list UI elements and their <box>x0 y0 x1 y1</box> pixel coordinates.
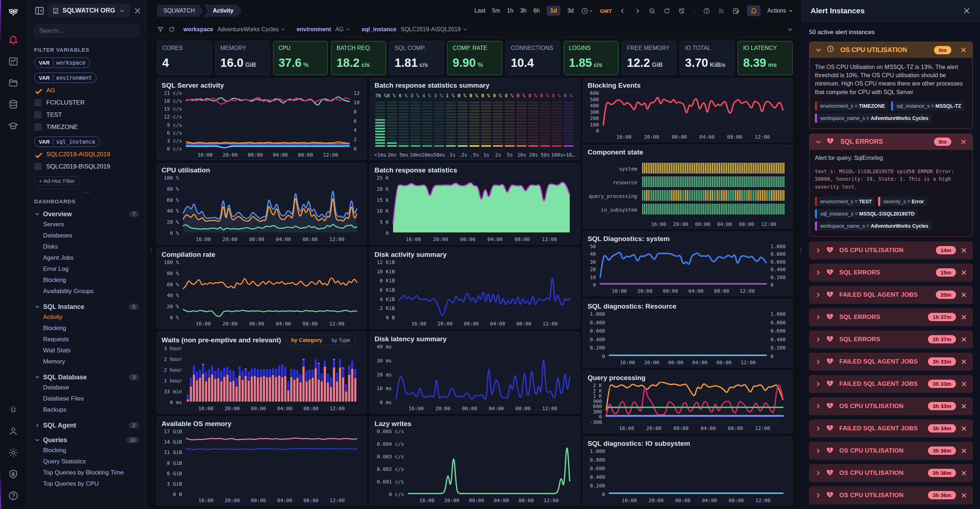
time-range-3d[interactable]: 3d <box>567 8 574 14</box>
sidebar-section-Overview[interactable]: Overview7 <box>34 209 139 219</box>
adhoc-filter-button[interactable]: + Ad-Hoc Filter <box>34 176 80 185</box>
alert-close-icon[interactable] <box>960 358 968 366</box>
folders-icon[interactable] <box>6 75 21 91</box>
alert-panel-close-icon[interactable] <box>962 6 971 16</box>
alert-row-SQL ERRORS[interactable]: SQL ERRORS 2h 37m <box>809 330 973 348</box>
sidebar-item-Disks[interactable]: Disks <box>34 243 139 252</box>
time-range-last[interactable]: Last <box>474 8 485 14</box>
sqlwatch-logo-icon[interactable] <box>6 4 21 19</box>
alert-close-icon[interactable] <box>960 335 968 343</box>
stat-IO TOTAL[interactable]: IO TOTAL 3.70KiB/s <box>679 41 735 75</box>
alert-tag[interactable]: environment_s = TEST <box>815 197 875 206</box>
alerts-bell-icon[interactable] <box>6 32 21 48</box>
alert-row-FAILED SQL AGENT JOBS[interactable]: FAILED SQL AGENT JOBS 3h 33m <box>809 375 973 393</box>
settings-gear-icon[interactable] <box>6 445 21 460</box>
search-input[interactable]: Search... <box>34 24 139 37</box>
alert-row-OS CPU UTILISATION[interactable]: OS CPU UTILISATION 14m <box>809 241 973 259</box>
alert-close-icon[interactable] <box>960 246 968 254</box>
env-option-FCICLUSTER[interactable]: FCICLUSTER <box>34 98 139 107</box>
sidebar-item-Databases[interactable]: Databases <box>34 232 139 241</box>
time-picker-caret-icon[interactable] <box>589 7 593 15</box>
sidebar-item-Blocking[interactable]: Blocking <box>34 277 139 286</box>
alert-tag[interactable]: sql_instance_s = MSSQL-1\SQL2019STD <box>815 209 918 219</box>
menu-dots-icon[interactable] <box>692 7 696 15</box>
env-option-AG[interactable]: AG <box>34 86 139 95</box>
sidebar-splitter-handle[interactable]: ⋮ <box>148 250 151 252</box>
env-option-TIMEZONE[interactable]: TIMEZONE <box>34 122 139 132</box>
var-pill-workspace[interactable]: VARworkspace <box>34 57 90 68</box>
time-range-5m[interactable]: 5m <box>492 8 500 14</box>
breadcrumb-sqlwatch[interactable]: SQLWATCH <box>157 5 204 17</box>
sidebar-section-SQL Agent[interactable]: SQL Agent2 <box>34 420 139 430</box>
stat-LOGINS[interactable]: LOGINS 1.85c/s <box>563 41 619 75</box>
sidebar-section-SQL Database[interactable]: SQL Database3 <box>34 372 139 382</box>
stat-SQL COMP.[interactable]: SQL COMP. 1.81c/s <box>389 41 444 75</box>
alerts-bell-button[interactable] <box>747 5 760 16</box>
variables-refresh-icon[interactable] <box>168 26 175 33</box>
alert-close-icon[interactable] <box>960 469 968 477</box>
sidebar-item-Wait Stats[interactable]: Wait Stats <box>34 347 139 356</box>
alert-tag[interactable]: environment_s = TIMEZONE <box>815 101 888 111</box>
sidebar-item-Requests[interactable]: Requests <box>34 336 139 345</box>
var-value-workspace[interactable]: AdventureWorks Cycles <box>218 26 286 33</box>
sidebar-item-Top Queries by Blocking Time[interactable]: Top Queries by Blocking Time <box>34 469 139 479</box>
sidebar-item-Database Files[interactable]: Database Files <box>34 395 139 404</box>
alert-row-OS CPU UTILISATION[interactable]: OS CPU UTILISATION 3h 36m <box>809 442 973 460</box>
alert-close-icon[interactable] <box>960 447 968 455</box>
profile-icon[interactable] <box>6 423 21 439</box>
sidebar-expander[interactable]: ... <box>34 189 139 193</box>
alert-row-FAILED SQL AGENT JOBS[interactable]: FAILED SQL AGENT JOBS 3h 34m <box>809 420 973 437</box>
alert-row-FAILED SQL AGENT JOBS[interactable]: FAILED SQL AGENT JOBS 3h 33m <box>809 353 973 371</box>
alert-close-icon[interactable] <box>960 269 968 277</box>
org-selector[interactable]: SQLWATCH ORG <box>48 3 130 18</box>
sidebar-close-icon[interactable] <box>133 6 142 16</box>
chevron-right-icon[interactable] <box>633 7 641 15</box>
alert-close-icon[interactable] <box>959 138 967 146</box>
sidebar-collapse-icon[interactable] <box>34 5 45 16</box>
alert-close-icon[interactable] <box>960 491 968 499</box>
sidebar-item-Blocking[interactable]: Blocking <box>34 447 139 456</box>
chevron-left-icon[interactable] <box>619 7 627 15</box>
timezone-label[interactable]: GMT <box>600 8 612 14</box>
help-circle-icon[interactable] <box>703 7 711 15</box>
stat-CONNECTIONS[interactable]: CONNECTIONS 10.4 <box>506 41 560 75</box>
var-pill-environment[interactable]: VARenvironment <box>34 73 97 83</box>
alert-close-icon[interactable] <box>960 291 968 299</box>
alert-close-icon[interactable] <box>960 424 968 432</box>
instance-option[interactable]: SQLC2019-A\SQL2019 <box>34 150 139 159</box>
sidebar-section-Queries[interactable]: Queries10 <box>34 435 139 445</box>
time-picker-icon[interactable] <box>581 7 589 15</box>
sidebar-item-Backups[interactable]: Backups <box>34 406 139 416</box>
alert-close-icon[interactable] <box>960 402 968 410</box>
sidebar-item-Top Queries by CPU[interactable]: Top Queries by CPU <box>34 480 139 490</box>
alert-close-icon[interactable] <box>960 313 968 321</box>
stat-CORES[interactable]: CORES 4 <box>157 41 212 75</box>
databases-icon[interactable] <box>6 97 21 112</box>
stat-BATCH REQ.[interactable]: BATCH REQ. 18.2c/s <box>331 41 386 75</box>
alert-row-FAILED SQL AGENT JOBS[interactable]: FAILED SQL AGENT JOBS 20m <box>809 286 973 304</box>
alert-tag[interactable]: workspace_name_s = AdventureWorks Cycles <box>815 113 932 123</box>
alert-row-SQL ERRORS[interactable]: SQL ERRORS 15m <box>809 264 973 282</box>
alert-close-icon[interactable] <box>960 380 968 388</box>
alert-row-SQL ERRORS[interactable]: SQL ERRORS 1h 37m <box>809 308 973 326</box>
alerts-splitter-handle[interactable]: ⋮ <box>797 250 800 252</box>
learn-icon[interactable] <box>6 118 21 134</box>
alert-tag[interactable]: workspace_name_s = AdventureWorks Cycles <box>815 221 932 231</box>
stat-COMP. RATE[interactable]: COMP. RATE 9.90% <box>447 41 502 75</box>
var-value-sql_instance[interactable]: SQLC2019-A\SQL2019 <box>401 26 468 33</box>
alert-row-OS CPU UTILISATION[interactable]: OS CPU UTILISATION 3h 36m <box>809 464 973 482</box>
dashboards-icon[interactable] <box>6 54 21 69</box>
stat-CPU[interactable]: CPU 37.6% <box>273 41 328 75</box>
instance-option[interactable]: SQLC2019-B\SQL2019 <box>34 162 139 171</box>
time-range-1h[interactable]: 1h <box>507 8 513 14</box>
admin-shield-icon[interactable] <box>6 467 21 482</box>
breadcrumb-activity[interactable]: Activity <box>204 5 242 17</box>
alert-row-OS CPU UTILISATION[interactable]: OS CPU UTILISATION 3h 33m <box>809 397 973 415</box>
variables-bar-caret-icon[interactable] <box>786 26 794 33</box>
sidebar-item-Blocking[interactable]: Blocking <box>34 325 139 334</box>
alert-tag[interactable]: severity_s = Error <box>878 197 927 206</box>
sidebar-item-Memory[interactable]: Memory <box>34 358 139 367</box>
sidebar-item-Query Statistics[interactable]: Query Statistics <box>34 458 139 468</box>
sidebar-item-Activity[interactable]: Activity <box>34 314 139 323</box>
zoom-out-icon[interactable] <box>648 7 656 15</box>
